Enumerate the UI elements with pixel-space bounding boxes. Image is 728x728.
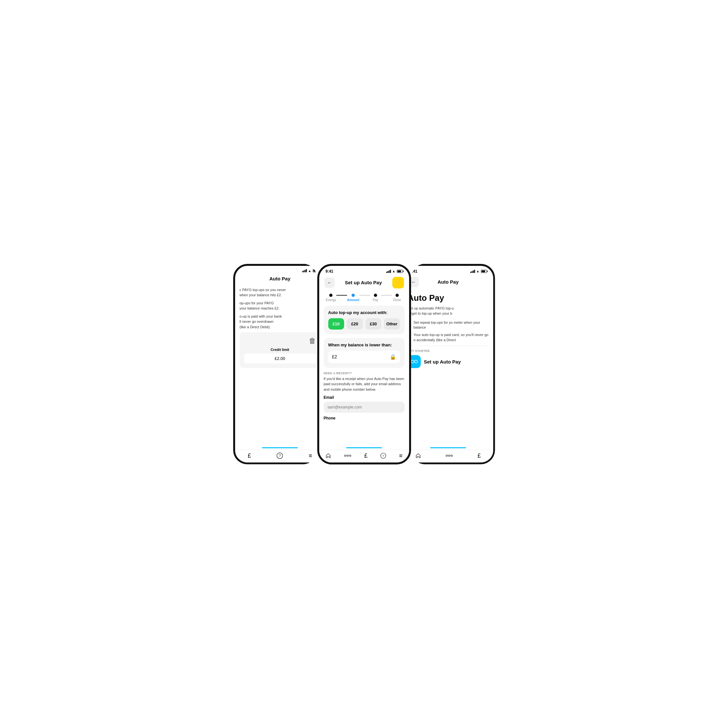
left-text-1: c PAYG top-ups so you neverwhen your bal… bbox=[240, 287, 321, 298]
progress-steps: Energy Amount Pay Done bbox=[319, 291, 409, 306]
left-status-icons: ▲ bbox=[302, 269, 318, 273]
check-text-2: Your auto top-up is paid card, so you'll… bbox=[414, 332, 489, 343]
amount-other-button[interactable]: Other bbox=[384, 318, 400, 330]
step-done: Done bbox=[392, 294, 402, 302]
center-nav-pound[interactable]: £ bbox=[364, 453, 367, 459]
right-wifi-icon: ▲ bbox=[476, 269, 480, 273]
center-time: 9:41 bbox=[326, 269, 333, 274]
check-text-1: Set repeat top-ups for yo meter when you… bbox=[414, 320, 489, 330]
center-wifi-icon: ▲ bbox=[392, 269, 396, 273]
center-battery-icon bbox=[397, 270, 403, 273]
left-nav-item-help[interactable]: ? bbox=[277, 453, 283, 459]
step-line-1 bbox=[336, 295, 347, 295]
receipt-section: NEED A RECEIPT? If you'd like a receipt … bbox=[324, 372, 405, 421]
svg-point-2 bbox=[344, 455, 346, 457]
right-bottom-nav: £ bbox=[403, 450, 493, 462]
right-status-icons: ▲ bbox=[470, 269, 487, 273]
amount-20-button[interactable]: £20 bbox=[347, 318, 363, 330]
step-done-dot bbox=[396, 294, 399, 297]
right-nav-title: Auto Pay bbox=[419, 279, 478, 284]
svg-text:?: ? bbox=[382, 454, 384, 457]
receipt-body: If you'd like a receipt when your Auto P… bbox=[324, 376, 405, 392]
wifi-icon: ▲ bbox=[308, 269, 312, 273]
credit-limit-value: £2.00 bbox=[244, 353, 316, 364]
amount-card-title: Auto top-up my account with: bbox=[328, 310, 400, 315]
svg-point-3 bbox=[347, 455, 349, 457]
center-nav-home[interactable] bbox=[325, 453, 331, 459]
left-status-bar: ▲ bbox=[235, 266, 325, 274]
right-signal-icon bbox=[470, 270, 475, 273]
right-bottom-indicator bbox=[430, 447, 466, 448]
center-lightning-button[interactable]: ⚡ bbox=[392, 277, 404, 289]
center-status-icons: ▲ bbox=[386, 269, 403, 273]
check-item-1: ✓ Set repeat top-ups for yo meter when y… bbox=[408, 320, 489, 330]
step-pay-dot bbox=[374, 294, 377, 297]
center-nav-help[interactable]: ? bbox=[380, 453, 386, 459]
lock-icon: 🔒 bbox=[390, 354, 396, 360]
left-nav-item-menu[interactable]: ≡ bbox=[309, 453, 312, 459]
center-scroll-content: Auto top-up my account with: £10 £20 £30… bbox=[319, 306, 409, 447]
amount-buttons-row: £10 £20 £30 Other bbox=[328, 318, 400, 330]
step-energy-dot bbox=[329, 294, 332, 297]
center-nav-title: Set up Auto Pay bbox=[335, 280, 392, 285]
email-input[interactable] bbox=[324, 402, 405, 413]
credit-card-section: 🗑 Credit limit £2.00 bbox=[240, 332, 321, 368]
amount-10-button[interactable]: £10 bbox=[328, 318, 344, 330]
step-pay-label: Pay bbox=[373, 298, 378, 302]
right-scroll-content: Auto Pay Set up automatic PAYG top-uforg… bbox=[403, 290, 493, 372]
lightning-icon: ⚡ bbox=[395, 280, 401, 286]
trash-icon[interactable]: 🗑 bbox=[309, 336, 316, 345]
svg-text:?: ? bbox=[279, 453, 281, 458]
email-label: Email bbox=[324, 395, 405, 400]
right-nav-home[interactable] bbox=[415, 453, 421, 459]
credit-limit-label: Credit limit bbox=[271, 348, 289, 352]
svg-point-10 bbox=[448, 455, 450, 457]
signal-icon bbox=[302, 269, 307, 272]
receipt-heading: NEED A RECEIPT? bbox=[324, 372, 405, 375]
step-pay: Pay bbox=[370, 294, 381, 302]
left-nav-item-pound[interactable]: £ bbox=[248, 453, 251, 459]
step-energy-label: Energy bbox=[326, 298, 336, 302]
amount-card: Auto top-up my account with: £10 £20 £30… bbox=[324, 306, 405, 334]
svg-point-9 bbox=[446, 455, 448, 457]
check-item-2: ✓ Your auto top-up is paid card, so you'… bbox=[408, 332, 489, 343]
center-back-button[interactable]: ← bbox=[324, 277, 335, 288]
left-bottom-indicator bbox=[262, 447, 298, 448]
amount-30-button[interactable]: £30 bbox=[366, 318, 382, 330]
center-status-bar: 9:41 ▲ bbox=[319, 266, 409, 275]
balance-value: £2 bbox=[332, 354, 337, 359]
left-text-2: op-ups for your PAYGyour balance reaches… bbox=[240, 300, 321, 311]
battery-icon bbox=[313, 269, 318, 272]
center-signal-icon bbox=[386, 270, 391, 273]
left-content: c PAYG top-ups so you neverwhen your bal… bbox=[235, 284, 325, 372]
step-amount: Amount bbox=[347, 294, 359, 302]
setup-autopay-button[interactable]: Set up Auto Pay bbox=[408, 355, 489, 368]
right-nav-activity[interactable] bbox=[446, 454, 453, 457]
right-battery-icon bbox=[481, 270, 487, 273]
balance-card-title: When my balance is lower than: bbox=[328, 343, 400, 347]
get-started-label: GET STARTED bbox=[408, 346, 489, 353]
phone-right: 9:41 ▲ ← Auto Pay Auto Pay Set up bbox=[401, 264, 495, 464]
center-nav-activity[interactable] bbox=[344, 454, 351, 457]
step-amount-dot bbox=[352, 294, 355, 297]
right-nav-pound[interactable]: £ bbox=[477, 453, 480, 459]
right-nav-header: ← Auto Pay bbox=[403, 275, 493, 290]
balance-row: £2 🔒 bbox=[328, 350, 400, 363]
left-nav-header: Auto Pay bbox=[235, 274, 325, 284]
right-status-bar: 9:41 ▲ bbox=[403, 266, 493, 275]
right-subtitle: Set up automatic PAYG top-uforget to top… bbox=[408, 306, 489, 316]
left-bottom-nav: £ ? ≡ bbox=[235, 450, 325, 462]
center-nav-menu[interactable]: ≡ bbox=[399, 453, 403, 459]
left-text-3: o-up is paid with your bankll never go o… bbox=[240, 314, 321, 330]
step-energy: Energy bbox=[326, 294, 336, 302]
step-done-label: Done bbox=[393, 298, 401, 302]
center-nav-header: ← Set up Auto Pay ⚡ bbox=[319, 275, 409, 291]
center-bottom-nav: £ ? ≡ bbox=[319, 450, 409, 462]
phone-center: 9:41 ▲ ← Set up Auto Pay ⚡ bbox=[317, 264, 411, 464]
step-line-3 bbox=[381, 295, 392, 295]
scene: ▲ Auto Pay c PAYG top-ups so you neverwh… bbox=[202, 202, 526, 526]
right-big-title: Auto Pay bbox=[408, 293, 489, 303]
svg-point-11 bbox=[451, 455, 453, 457]
step-amount-label: Amount bbox=[347, 298, 359, 302]
balance-card: When my balance is lower than: £2 🔒 bbox=[324, 338, 405, 368]
